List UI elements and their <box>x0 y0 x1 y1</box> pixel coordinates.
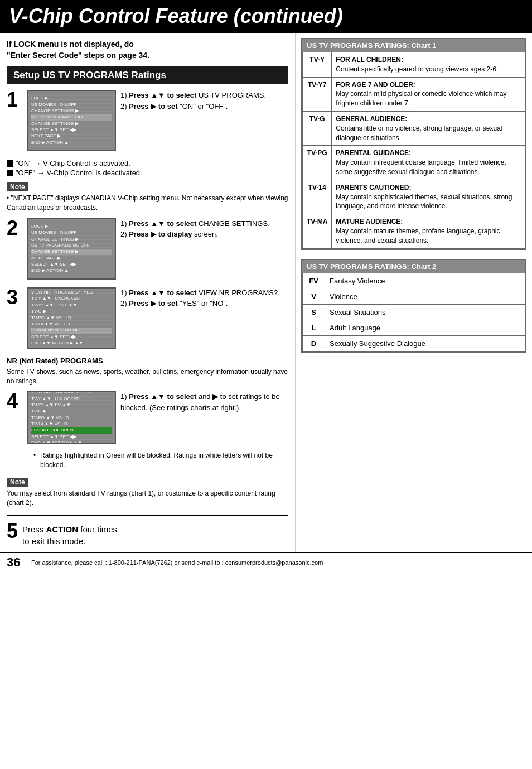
rating-code: S <box>303 304 325 320</box>
screen-row: TV-14 ▲▼ VS LD <box>31 321 112 327</box>
step-4-screen: VIEW NR PROGRAMS? YES TV-Y ▲▼ UNLOCKED T… <box>27 391 116 444</box>
table-row: TV-MA MATURE AUDIENCE:May contain mature… <box>303 214 525 248</box>
setup-header: Setup US TV PROGRAMS Ratings <box>7 66 288 84</box>
footer-text: For assistance, please call : 1-800-211-… <box>31 559 323 566</box>
right-column: US TV PROGRAMS RATINGS: Chart 1 TV-Y FOR… <box>296 33 532 552</box>
step-5-block: 5 Press ACTION four times to exit this m… <box>7 515 288 547</box>
black-square-icon <box>7 160 13 167</box>
rating-code: D <box>303 335 325 351</box>
rating-code: TV-MA <box>303 214 332 248</box>
screen-row: TV-PG ▲▼ VS LD <box>31 415 112 421</box>
note-1-label: Note <box>7 182 28 191</box>
nr-text: Some TV shows, such as news, sports, wea… <box>7 367 288 386</box>
note-1-text: • "NEXT PAGE" displays CANADIAN V-Chip s… <box>7 194 288 213</box>
chart-1-table: TV-Y FOR ALL CHILDREN:Content specifical… <box>302 52 525 249</box>
nr-title: NR (Not Rated) PROGRAMS <box>7 357 288 365</box>
chart-2-header: US TV PROGRAMS RATINGS: Chart 2 <box>302 260 525 273</box>
chart-1: US TV PROGRAMS RATINGS: Chart 1 TV-Y FOR… <box>301 38 526 250</box>
rating-desc: Sexual Situations <box>325 304 525 320</box>
step-2-screen: LOCK ▶ US MOVIES ON/OFF CHANGE SETTINGS … <box>27 218 116 280</box>
page-number: 36 <box>7 555 22 570</box>
rating-desc: Violence <box>325 289 525 304</box>
screen-row: TV-PG ▲▼ VS LD <box>31 315 112 321</box>
screen-row: CHANGE SETTINGS ▶ <box>31 121 112 127</box>
screen-row: TV-G ▶ <box>31 408 112 414</box>
table-row: D Sexually Suggestive Dialogue <box>303 335 525 351</box>
screen-row: TV-G ▶ <box>31 309 112 314</box>
screen-row: US TV PROGRAMS OFF <box>31 114 112 120</box>
screen-row: TV-Y7 ▲▼ TV-Y ▲▼ <box>31 302 112 308</box>
step-4-block: 4 VIEW NR PROGRAMS? YES TV-Y ▲▼ UNLOCKED… <box>7 391 288 470</box>
rating-code: FV <box>303 273 325 289</box>
screen-row: FOR ALL CHILDREN <box>31 427 112 433</box>
rating-desc: Adult Language <box>325 320 525 335</box>
page-header: V-Chip Control Feature (continued) <box>0 0 532 33</box>
table-row: TV-Y FOR ALL CHILDREN:Content specifical… <box>303 52 525 78</box>
note-2-label: Note <box>7 478 28 487</box>
step-2-block: 2 LOCK ▶ US MOVIES ON/OFF CHANGE SETTING… <box>7 218 288 280</box>
screen-row: VIEW NR PROGRAMS? YES <box>31 391 112 395</box>
rating-desc: MATURE AUDIENCE:May contain mature theme… <box>332 214 525 248</box>
screen-row: US MOVIES ON/OFF <box>31 102 112 108</box>
step-1-instructions: 1) Press ▲▼ to select US TV PROGRAMS. 2)… <box>120 90 288 112</box>
table-row: TV-Y7 FOR AGE 7 AND OLDER:May contain mi… <box>303 77 525 111</box>
chart-2: US TV PROGRAMS RATINGS: Chart 2 FV Fanta… <box>301 259 526 353</box>
screen-row: CHANGE SETTINGS ▶ <box>31 237 112 242</box>
lock-note: If LOCK menu is not displayed, do "Enter… <box>7 39 288 61</box>
step-3-number: 3 <box>7 287 22 307</box>
step-3-instructions: 1) Press ▲▼ to select VIEW NR PROGRAMS?.… <box>120 287 288 309</box>
rating-desc: Fantasy Violence <box>325 273 525 289</box>
step-1-number: 1 <box>7 90 22 110</box>
step-1-block: 1 LOCK ▶ US MOVIES ON/OFF CHANGE SETTING… <box>7 90 288 151</box>
screen-row: CONTAINS NO RATING <box>31 328 112 333</box>
page-footer: 36 For assistance, please call : 1-800-2… <box>0 552 532 572</box>
screen-row: CHANGE SETTINGS ▶ <box>31 108 112 114</box>
rating-desc: GENERAL AUDIENCE:Contains little or no v… <box>332 111 525 145</box>
screen-row: LOCK ▶ <box>31 224 112 229</box>
screen-row: TV-Y7 ▲▼ FV ▲▼ <box>31 402 112 408</box>
rating-code: TV-PG <box>303 146 332 180</box>
screen-row: TV-Y ▲▼ UNLOCKED <box>31 296 112 301</box>
screen-row: END ▲▼ ACTION ▶ ▲▼ <box>31 340 112 346</box>
screen-row: US MOVIES ON/OFF <box>31 230 112 235</box>
screen-row: END ▲▼ ACTION ▶▲▼ <box>31 440 112 444</box>
screen-row: END ▶ ACTION ▲ <box>31 268 112 273</box>
screen-row: CHANGE SETTINGS ▶ <box>31 249 112 254</box>
rating-desc: PARENTAL GUIDANCE:May contain infrequent… <box>332 146 525 180</box>
step-5-number: 5 <box>7 521 18 541</box>
table-row: V Violence <box>303 289 525 304</box>
screen-row: TV-Y ▲▼ UNLOCKED <box>31 396 112 402</box>
step-3-block: 3 VIEW NR PROGRAMS? YES TV-Y ▲▼ UNLOCKED… <box>7 287 288 349</box>
rating-code: L <box>303 320 325 335</box>
step-4-note: • Ratings highlighted in Green will be b… <box>33 451 288 470</box>
rating-desc: FOR AGE 7 AND OLDER:May contain mild phy… <box>332 77 525 111</box>
page-title: V-Chip Control Feature (continued) <box>9 4 343 27</box>
rating-code: TV-G <box>303 111 332 145</box>
screen-row: SELECT ▲▼ SET ◀▶ <box>31 127 112 133</box>
chart-1-header: US TV PROGRAMS RATINGS: Chart 1 <box>302 39 525 52</box>
rating-code: V <box>303 289 325 304</box>
step-3-screen: VIEW NR PROGRAMS? YES TV-Y ▲▼ UNLOCKED T… <box>27 287 116 349</box>
screen-row: SELECT ▲▼ SET ◀▶ <box>31 334 112 340</box>
step-4-number: 4 <box>7 391 22 411</box>
table-row: TV-14 PARENTS CAUTIONED:May contain soph… <box>303 180 525 214</box>
on-off-lines: "ON" → V-Chip Control is activated. "OFF… <box>7 159 288 177</box>
screen-row: NEXT PAGE ▶ <box>31 256 112 261</box>
black-square-icon <box>7 170 13 176</box>
step-1-screen: LOCK ▶ US MOVIES ON/OFF CHANGE SETTINGS … <box>27 90 116 151</box>
screen-row: NEXT PAGE ▶ <box>31 133 112 139</box>
step-5-text: Press ACTION four times to exit this mod… <box>22 521 117 547</box>
table-row: TV-PG PARENTAL GUIDANCE:May contain infr… <box>303 146 525 180</box>
nr-section: NR (Not Rated) PROGRAMS Some TV shows, s… <box>7 357 288 386</box>
screen-row: TV-14 ▲▼ VS LD <box>31 421 112 427</box>
note-2-text: You may select from standard TV ratings … <box>7 489 288 508</box>
table-row: TV-G GENERAL AUDIENCE:Contains little or… <box>303 111 525 145</box>
rating-code: TV-14 <box>303 180 332 214</box>
screen-row: LOCK ▶ <box>31 95 112 101</box>
screen-row: END ▶ ACTION ▲ <box>31 140 112 146</box>
rating-code: TV-Y7 <box>303 77 332 111</box>
rating-desc: Sexually Suggestive Dialogue <box>325 335 525 351</box>
screen-row: SELECT ▲▼ SET ◀▶ <box>31 434 112 440</box>
step-4-instructions: 1) Press ▲▼ to select and ▶ to set ratin… <box>120 391 288 413</box>
screen-row: SELECT ▲▼ SET ◀▶ <box>31 262 112 267</box>
